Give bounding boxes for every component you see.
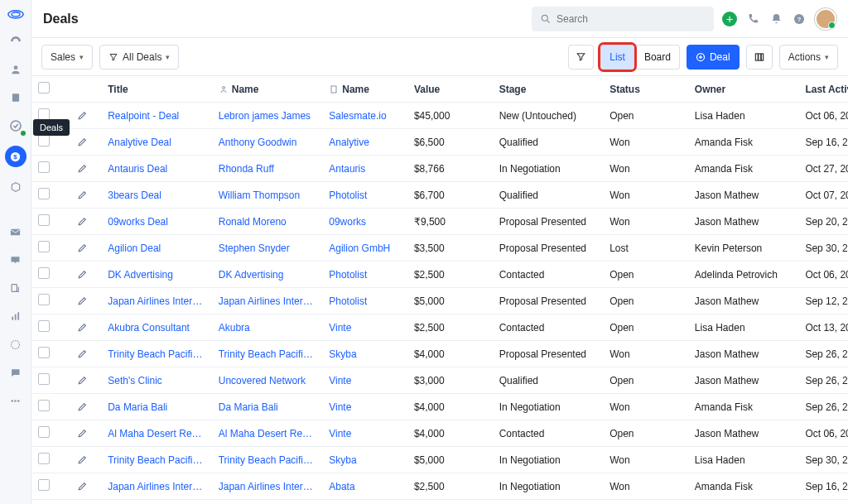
row-checkbox[interactable] [38, 400, 50, 411]
deal-title[interactable]: DK Advertising [101, 262, 212, 288]
edit-icon[interactable] [77, 295, 94, 306]
search-input[interactable] [556, 13, 706, 25]
pipeline-select[interactable]: Sales▾ [41, 45, 93, 70]
col-name[interactable]: Name [212, 76, 323, 103]
edit-icon[interactable] [77, 269, 94, 280]
deal-company[interactable]: Vinte [322, 314, 407, 341]
edit-icon[interactable] [77, 110, 94, 121]
deal-title[interactable]: 09works Deal [101, 209, 212, 235]
new-deal-button[interactable]: Deal [687, 45, 740, 70]
col-stage[interactable]: Stage [493, 76, 604, 103]
row-checkbox[interactable] [38, 426, 50, 438]
nav-integrations[interactable] [7, 336, 24, 353]
deal-contact[interactable]: Trinity Beach Pacific … [212, 341, 323, 367]
nav-tasks[interactable] [7, 118, 24, 134]
deal-title[interactable]: Seth's Clinic [101, 367, 212, 394]
deal-company[interactable]: Vinte [322, 420, 407, 447]
deal-company[interactable]: Photolist [322, 500, 407, 505]
deal-contact[interactable]: Uncovered Network [212, 367, 323, 394]
deal-contact[interactable]: General Growth [212, 500, 323, 505]
edit-icon[interactable] [77, 481, 94, 492]
deal-contact[interactable]: Da Maria Bali [212, 394, 323, 420]
deal-company[interactable]: Abata [322, 473, 407, 500]
edit-icon[interactable] [77, 163, 94, 174]
row-checkbox[interactable] [38, 479, 50, 491]
edit-icon[interactable] [77, 216, 94, 227]
deal-contact[interactable]: Lebron james James [212, 103, 323, 129]
phone-icon[interactable] [745, 12, 760, 26]
deal-company[interactable]: Agilion GmbH [322, 235, 407, 262]
deal-title[interactable]: Antauris Deal [101, 156, 212, 182]
row-checkbox[interactable] [38, 241, 50, 252]
deal-contact[interactable]: Trinity Beach Pacific … [212, 447, 323, 473]
help-icon[interactable]: ? [792, 12, 807, 26]
deal-contact[interactable]: Japan Airlines Interna… [212, 473, 323, 500]
row-checkbox[interactable] [38, 188, 50, 199]
edit-icon[interactable] [77, 428, 94, 439]
add-button[interactable]: + [722, 12, 737, 26]
deal-title[interactable]: Trinity Beach Pacific … [101, 341, 212, 367]
deal-title[interactable]: Japan Airlines Interna… [101, 288, 212, 314]
col-company[interactable]: Name [322, 76, 407, 103]
edit-icon[interactable] [77, 401, 94, 412]
col-owner[interactable]: Owner [688, 76, 799, 103]
nav-messaging[interactable] [7, 364, 24, 381]
actions-menu[interactable]: Actions▾ [779, 45, 838, 70]
nav-contacts[interactable] [7, 61, 24, 78]
deal-contact[interactable]: Japan Airlines Interna… [212, 288, 323, 314]
nav-companies[interactable] [7, 89, 24, 106]
deal-title[interactable]: Analytive Deal [101, 129, 212, 156]
columns-button[interactable] [746, 45, 773, 70]
deal-company[interactable]: 09works [322, 209, 407, 235]
view-board[interactable]: Board [636, 46, 679, 69]
deal-title[interactable]: Akubra Consultant [101, 314, 212, 341]
nav-automation[interactable] [7, 280, 24, 296]
nav-mail[interactable] [7, 223, 24, 240]
bell-icon[interactable] [768, 12, 783, 26]
deal-contact[interactable]: Anthony Goodwin [212, 129, 323, 156]
deal-company[interactable]: Photolist [322, 262, 407, 288]
row-checkbox[interactable] [38, 161, 50, 173]
deal-contact[interactable]: Akubra [212, 314, 323, 341]
edit-icon[interactable] [77, 375, 94, 386]
deal-title[interactable]: Agilion Deal [101, 235, 212, 262]
deal-contact[interactable]: Ronald Moreno [212, 209, 323, 235]
edit-icon[interactable] [77, 348, 94, 359]
deal-contact[interactable]: DK Advertising [212, 262, 323, 288]
col-last[interactable]: Last Activity At [798, 76, 848, 103]
row-checkbox[interactable] [38, 453, 50, 464]
view-filter-select[interactable]: All Deals▾ [99, 45, 179, 70]
deal-title[interactable]: General Growth [101, 500, 212, 505]
row-checkbox[interactable] [38, 294, 50, 305]
deal-title[interactable]: Japan Airlines Interna… [101, 473, 212, 500]
row-checkbox[interactable] [38, 214, 50, 226]
deal-title[interactable]: 3bears Deal [101, 182, 212, 209]
nav-reports[interactable] [7, 308, 24, 324]
deal-company[interactable]: Vinte [322, 367, 407, 394]
edit-icon[interactable] [77, 137, 94, 147]
deal-title[interactable]: Realpoint - Deal [101, 103, 212, 129]
select-all-checkbox[interactable] [38, 82, 50, 94]
deal-company[interactable]: Salesmate.io [322, 103, 407, 129]
deal-contact[interactable]: William Thompson [212, 182, 323, 209]
deal-company[interactable]: Photolist [322, 288, 407, 314]
global-search[interactable] [532, 7, 714, 31]
filter-button[interactable] [568, 45, 594, 70]
deal-company[interactable]: Photolist [322, 182, 407, 209]
deal-title[interactable]: Al Maha Desert Resort [101, 420, 212, 447]
edit-icon[interactable] [77, 322, 94, 333]
row-checkbox[interactable] [38, 320, 50, 332]
row-checkbox[interactable] [38, 267, 50, 279]
deal-title[interactable]: Trinity Beach Pacific … [101, 447, 212, 473]
nav-inbox[interactable] [7, 252, 24, 268]
edit-icon[interactable] [77, 454, 94, 465]
deal-company[interactable]: Skyba [322, 341, 407, 367]
deal-company[interactable]: Vinte [322, 394, 407, 420]
deal-contact[interactable]: Rhonda Ruff [212, 156, 323, 182]
row-checkbox[interactable] [38, 373, 50, 385]
nav-dashboard[interactable] [7, 33, 24, 50]
col-title[interactable]: Title [101, 76, 212, 103]
deal-company[interactable]: Skyba [322, 447, 407, 473]
col-status[interactable]: Status [603, 76, 688, 103]
row-checkbox[interactable] [38, 347, 50, 358]
